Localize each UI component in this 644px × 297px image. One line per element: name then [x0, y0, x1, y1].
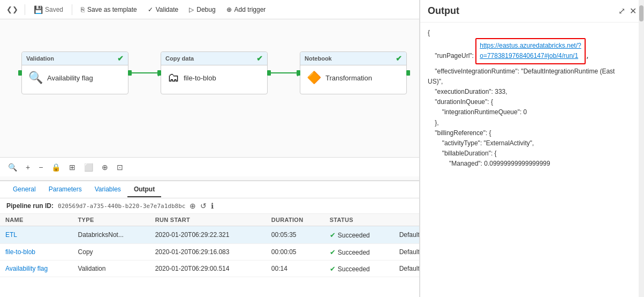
zoom-in-tool[interactable]: +	[23, 161, 33, 173]
add-trigger-button[interactable]: ⊕ Add trigger	[222, 4, 270, 16]
tab-variables-label: Variables	[95, 185, 121, 193]
toolbar-divider-2	[72, 4, 72, 15]
expand-panels-icon[interactable]: ❮❯	[4, 3, 20, 16]
cell-type-0: DatabricksNot...	[73, 226, 150, 244]
cell-name-1: file-to-blob	[0, 244, 73, 261]
col-name: NAME	[0, 214, 73, 226]
cell-type-1: Copy	[73, 244, 150, 261]
output-run-page-key: "runPageUrl":	[428, 52, 475, 60]
output-dur-queue: "durationInQueue": {	[428, 98, 493, 106]
expand-output-button[interactable]: ⤢	[618, 6, 625, 16]
cell-name-0: ETL	[0, 226, 73, 244]
info-button[interactable]: ℹ	[211, 202, 214, 210]
more-tool[interactable]: ⊡	[114, 161, 126, 173]
node-name-copy: file-to-blob	[184, 74, 216, 82]
debug-icon: ▷	[189, 6, 194, 13]
validate-label: Validate	[156, 6, 178, 13]
cell-run-start-0: 2020-01-20T06:29:22.321	[150, 226, 266, 244]
output-content: { "runPageUrl": https://eastus.azuredata…	[420, 23, 644, 297]
node-name-validation: Availability flag	[47, 74, 93, 82]
pipeline-node-notebook[interactable]: Notebook ✔ 🔶 Transformation	[300, 51, 407, 94]
tab-parameters-label: Parameters	[49, 185, 82, 193]
node-body-notebook: 🔶 Transformation	[300, 65, 406, 90]
save-icon: 💾	[34, 5, 43, 14]
cell-name-2: Availability flag	[0, 261, 73, 277]
tab-output-label: Output	[134, 185, 155, 193]
save-as-template-button[interactable]: ⎘ Save as template	[77, 4, 141, 16]
cell-type-2: Validation	[73, 261, 150, 277]
output-billing-ref: "billingReference": {	[428, 129, 491, 137]
output-activity-type: "activityType": "ExternalActivity",	[428, 139, 534, 147]
node-header-notebook: Notebook ✔	[300, 52, 406, 65]
tab-output[interactable]: Output	[127, 182, 161, 197]
pointer-tool[interactable]: ⊕	[99, 161, 111, 173]
output-effective-ir-val: US)",	[428, 78, 443, 85]
tab-general[interactable]: General	[6, 182, 42, 197]
cell-status-0: ✔Succeeded	[324, 226, 394, 244]
validate-button[interactable]: ✓ Validate	[143, 4, 183, 16]
cell-duration-2: 00:14	[266, 261, 324, 277]
node-header-validation: Validation ✔	[22, 52, 128, 65]
tab-parameters[interactable]: Parameters	[42, 182, 88, 197]
zoom-search-tool[interactable]: 🔍	[5, 161, 20, 173]
tab-variables[interactable]: Variables	[88, 182, 127, 197]
node-check-icon-copy: ✔	[256, 54, 263, 63]
col-run-start: RUN START	[150, 214, 266, 226]
add-trigger-icon: ⊕	[226, 6, 232, 13]
main-area: Validation ✔ 🔍 Availability flag ▶	[0, 19, 644, 297]
grid-tool[interactable]: ⊞	[66, 161, 78, 173]
toolbar-divider-1	[25, 4, 25, 15]
output-ir-queue: "integrationRuntimeQueue": 0	[428, 108, 527, 116]
pipeline-node-copy[interactable]: Copy data ✔ 🗂 file-to-blob	[161, 51, 268, 94]
output-exec-dur: "executionDuration": 333,	[428, 88, 507, 95]
cell-run-start-2: 2020-01-20T06:29:00.514	[150, 261, 266, 277]
debug-button[interactable]: ▷ Debug	[185, 4, 219, 16]
output-billable-dur: "billableDuration": {	[428, 150, 497, 157]
tab-general-label: General	[13, 185, 36, 193]
node-check-icon-notebook: ✔	[396, 54, 402, 63]
node-name-notebook: Transformation	[325, 74, 372, 82]
node-type-copy: Copy data	[165, 55, 194, 62]
pipeline-node-validation[interactable]: Validation ✔ 🔍 Availability flag	[21, 51, 128, 94]
add-trigger-label: Add trigger	[234, 6, 266, 13]
copy-run-id-button[interactable]: ⊕	[190, 202, 196, 210]
output-managed: "Managed": 0.09999999999999999	[428, 160, 550, 167]
debug-label: Debug	[196, 6, 215, 13]
rerun-button[interactable]: ↺	[200, 202, 207, 210]
output-url-link[interactable]: https://eastus.azuredatabricks.net/?o=77…	[480, 42, 581, 60]
output-effective-ir-key: "effectiveIntegrationRuntime": "DefaultI…	[428, 68, 615, 75]
col-status: STATUS	[324, 214, 394, 226]
output-open-brace: {	[428, 29, 430, 36]
validation-icon: 🔍	[28, 71, 43, 85]
cell-duration-1: 00:00:05	[266, 244, 324, 261]
copy-icon: 🗂	[168, 71, 179, 85]
output-panel: Output ⤢ ✕ { "runPageUrl": https://eastu…	[419, 0, 644, 297]
node-check-icon-validation: ✔	[117, 54, 124, 63]
output-url-box: https://eastus.azuredatabricks.net/?o=77…	[475, 38, 585, 64]
output-header: Output ⤢ ✕	[420, 0, 644, 23]
node-type-validation: Validation	[26, 55, 54, 62]
output-scrollbar[interactable]	[639, 0, 644, 297]
col-type: TYPE	[73, 214, 150, 226]
node-header-copy: Copy data ✔	[161, 52, 267, 65]
cell-status-2: ✔Succeeded	[324, 261, 394, 277]
saved-label: Saved	[45, 6, 63, 13]
validate-icon: ✓	[148, 6, 153, 13]
notebook-icon: 🔶	[307, 71, 321, 85]
output-scrollbar-thumb	[639, 5, 643, 21]
node-body-validation: 🔍 Availability flag	[22, 65, 128, 90]
close-output-button[interactable]: ✕	[630, 6, 637, 16]
pipeline-run-label: Pipeline run ID:	[6, 202, 54, 210]
save-template-label: Save as template	[87, 6, 137, 13]
zoom-out-tool[interactable]: −	[36, 161, 46, 173]
lock-tool[interactable]: 🔒	[49, 161, 63, 173]
col-duration: DURATION	[266, 214, 324, 226]
cell-status-1: ✔Succeeded	[324, 244, 394, 261]
save-template-icon: ⎘	[81, 6, 85, 13]
cell-run-start-1: 2020-01-20T06:29:16.083	[150, 244, 266, 261]
output-text-pre: { "runPageUrl": https://eastus.azuredata…	[428, 28, 637, 169]
node-type-notebook: Notebook	[305, 55, 332, 62]
output-header-buttons: ⤢ ✕	[618, 6, 637, 16]
pipeline-run-id: 020569d7-a735-440b-b220-3e7e7a1db8bc	[58, 203, 185, 210]
select-tool[interactable]: ⬜	[81, 161, 96, 173]
